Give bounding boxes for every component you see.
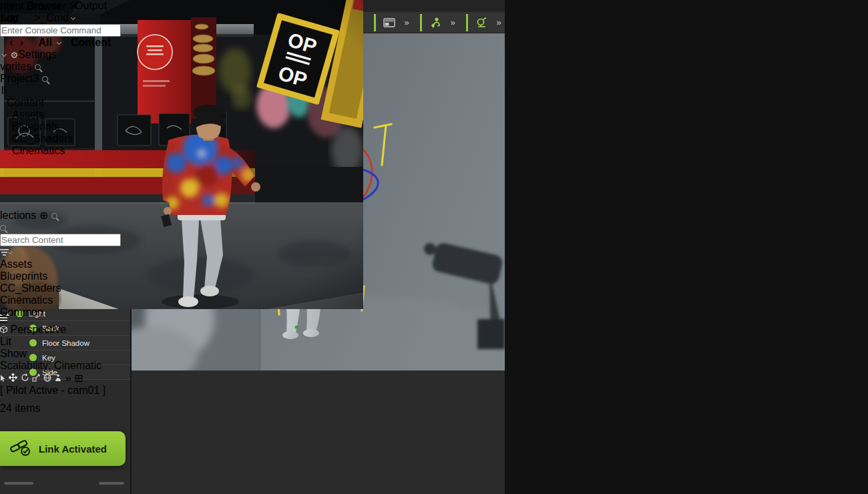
tree-scrollbar[interactable] bbox=[0, 157, 121, 209]
content-tree-item[interactable]: CC_Shaders bbox=[0, 133, 121, 145]
link-activated-button[interactable]: Link Activated bbox=[0, 431, 126, 466]
asset-folder[interactable]: Blueprints bbox=[0, 270, 121, 282]
actor-tools-icon[interactable] bbox=[427, 15, 444, 31]
tree-item-label: ll bbox=[1, 85, 6, 96]
search-row bbox=[0, 222, 121, 258]
search-icon[interactable] bbox=[35, 64, 41, 70]
items-count-bar: 24 items bbox=[0, 403, 121, 415]
favorites-header[interactable]: vorites bbox=[0, 61, 121, 73]
stage-more-chevron[interactable]: » bbox=[490, 15, 507, 31]
back-button[interactable]: ‹ bbox=[9, 37, 13, 48]
tree-item-label: CC_Shaders bbox=[12, 133, 73, 144]
breadcrumb-chevron bbox=[2, 52, 7, 57]
unreal-statusbar: ntent Drawer Output Log >_Cmd bbox=[0, 0, 121, 37]
search-icon[interactable] bbox=[51, 213, 57, 219]
toolbar-accent bbox=[374, 14, 376, 31]
tree-item-label: Assets bbox=[12, 109, 44, 120]
tree-item-label: Cinematics bbox=[12, 145, 65, 156]
gear-icon: ⚙ bbox=[10, 50, 18, 60]
split-screen: FileEditCreateModifyAnimationRenderViewW… bbox=[0, 0, 868, 494]
toolbar-accent bbox=[420, 14, 422, 31]
search-content-input[interactable] bbox=[0, 222, 121, 246]
breadcrumb-chevron bbox=[57, 40, 61, 45]
settings-button[interactable]: ⚙Settings bbox=[10, 49, 56, 60]
console-command-input[interactable] bbox=[0, 24, 121, 37]
search-content-field[interactable] bbox=[0, 234, 121, 246]
link-check-icon bbox=[9, 439, 32, 458]
asset-folder[interactable]: Cinematics bbox=[0, 294, 121, 306]
content-browser-assets: AssetsBlueprintsCC_ShadersCinematicsComm… bbox=[0, 222, 121, 415]
content-tree-item[interactable]: Cinematics bbox=[0, 145, 121, 157]
toolbar-accent bbox=[466, 14, 468, 31]
content-tree-item[interactable]: Assets bbox=[0, 109, 121, 121]
folder-label: Cinematics bbox=[0, 294, 53, 306]
workspace-more-chevron[interactable]: » bbox=[398, 15, 415, 31]
asset-folder[interactable]: CC_Shaders bbox=[0, 282, 121, 294]
filter-chevron[interactable] bbox=[8, 250, 13, 254]
workspace-icon[interactable] bbox=[381, 15, 398, 31]
content-drawer-button[interactable]: ntent Drawer bbox=[0, 0, 61, 11]
cmd-dropdown[interactable]: >_Cmd bbox=[34, 12, 76, 23]
stage-tools-icon[interactable] bbox=[473, 15, 490, 31]
add-collection-icon[interactable]: ⊕ bbox=[39, 210, 48, 221]
project-header[interactable]: Project3 bbox=[0, 73, 121, 85]
tree-item-label: Content bbox=[7, 97, 44, 108]
asset-folder[interactable]: Common bbox=[0, 306, 121, 318]
search-icon[interactable] bbox=[42, 76, 48, 82]
folder-grid: AssetsBlueprintsCC_ShadersCinematicsComm… bbox=[0, 258, 121, 318]
content-tree-item[interactable]: Blueprints bbox=[0, 121, 121, 133]
grid-scrollbar[interactable] bbox=[0, 318, 121, 403]
console-command-field[interactable] bbox=[0, 24, 121, 37]
breadcrumb-content[interactable]: Content bbox=[71, 37, 111, 48]
content-tree-item[interactable]: ll bbox=[0, 85, 121, 97]
collections-header[interactable]: lections ⊕ bbox=[0, 209, 121, 222]
content-tree-item[interactable]: Content bbox=[0, 97, 121, 109]
folder-label: Blueprints bbox=[0, 270, 47, 282]
search-icon bbox=[0, 225, 6, 231]
content-browser: ntent Browser ✕ Add Import Save All ‹ › … bbox=[0, 0, 121, 415]
breadcrumb-all[interactable]: All bbox=[39, 37, 52, 48]
asset-folder[interactable]: Assets bbox=[0, 258, 121, 270]
panel-scrollbar-thumb[interactable] bbox=[4, 482, 33, 485]
folder-tree: llContentAssetsBlueprintsCC_ShadersCinem… bbox=[0, 85, 121, 157]
panel-scrollbar-thumb[interactable] bbox=[99, 482, 124, 485]
folder-label: Common bbox=[0, 306, 43, 318]
actor-more-chevron[interactable]: » bbox=[444, 15, 461, 31]
folder-label: Assets bbox=[0, 258, 32, 270]
folder-label: CC_Shaders bbox=[0, 282, 61, 294]
forward-button[interactable]: › bbox=[20, 37, 23, 48]
tree-item-label: Blueprints bbox=[12, 121, 59, 132]
console-icon: >_ bbox=[34, 12, 46, 23]
content-browser-sources: vorites Project3 llContentAssetsBlueprin… bbox=[0, 61, 121, 222]
